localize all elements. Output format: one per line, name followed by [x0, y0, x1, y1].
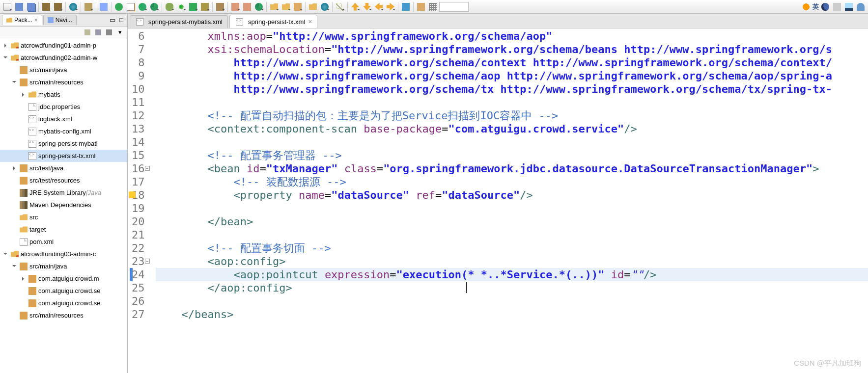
- code-line[interactable]: <property name="dataSource" ref="dataSou…: [156, 188, 868, 202]
- search-button[interactable]: [335, 1, 345, 12]
- minimize-button[interactable]: ▭: [109, 16, 116, 24]
- grid-button[interactable]: [427, 1, 438, 12]
- down-button[interactable]: [362, 1, 372, 12]
- code-line[interactable]: <!-- 装配数据源 -->: [156, 175, 868, 188]
- editor-tab[interactable]: spring-persist-mybatis.xml: [130, 15, 228, 28]
- code-line[interactable]: [156, 135, 868, 149]
- sync-button[interactable]: [149, 1, 160, 12]
- tree-item[interactable]: pom.xml: [0, 236, 127, 248]
- maximize-button[interactable]: □: [117, 16, 125, 24]
- link-button[interactable]: [98, 1, 109, 12]
- tree-item[interactable]: jdbc.properties: [0, 101, 127, 113]
- filter-button[interactable]: [105, 28, 113, 37]
- code-line[interactable]: <!-- 配置事务管理器 -->: [156, 149, 868, 162]
- code-line[interactable]: </bean>: [156, 215, 868, 228]
- browser-button[interactable]: [68, 1, 79, 12]
- code-line[interactable]: <aop:pointcut expression="execution(* *.…: [156, 268, 868, 281]
- code-area[interactable]: xmlns:aop="http://www.springframework.or…: [152, 28, 868, 373]
- tree-item[interactable]: com.atguigu.crowd.se: [0, 285, 127, 297]
- new-button[interactable]: [2, 1, 13, 12]
- save-all-button[interactable]: [26, 1, 36, 12]
- tree-item[interactable]: src/main/resources: [0, 76, 127, 88]
- tree-item[interactable]: atcrowdfunding01-admin-p: [0, 39, 127, 52]
- tree-item[interactable]: mybatis-config.xml: [0, 125, 127, 137]
- expand-icon[interactable]: [2, 251, 9, 258]
- expand-icon[interactable]: [11, 165, 18, 172]
- tree-item[interactable]: mybatis: [0, 88, 127, 101]
- world2-button[interactable]: [319, 1, 330, 12]
- coverage-button[interactable]: [188, 1, 198, 12]
- code-line[interactable]: <context:component-scan base-package="co…: [156, 122, 868, 135]
- code-line[interactable]: [156, 202, 868, 215]
- pin-button[interactable]: [400, 1, 411, 12]
- code-line[interactable]: http://www.springframework.org/schema/co…: [156, 56, 868, 69]
- expand-icon[interactable]: [11, 263, 18, 270]
- tree-item[interactable]: spring-persist-tx.xml: [0, 150, 127, 162]
- code-line[interactable]: </beans>: [156, 308, 868, 321]
- code-line[interactable]: <aop:config>: [156, 255, 868, 268]
- save-button[interactable]: [14, 1, 25, 12]
- nav-button[interactable]: [83, 1, 94, 12]
- tree-item[interactable]: src: [0, 211, 127, 223]
- expand-icon[interactable]: [20, 275, 27, 282]
- brush-button[interactable]: [416, 1, 426, 12]
- display-button[interactable]: [832, 1, 842, 12]
- fold-icon[interactable]: −: [145, 259, 150, 264]
- new-file-button[interactable]: [125, 1, 136, 12]
- theme-button[interactable]: [820, 1, 831, 12]
- build-button[interactable]: [41, 1, 52, 12]
- code-line[interactable]: [156, 228, 868, 241]
- expand-icon[interactable]: [2, 42, 9, 49]
- run-button[interactable]: [176, 1, 187, 12]
- tree-item[interactable]: Maven Dependencies: [0, 199, 127, 211]
- code-line[interactable]: [156, 294, 868, 308]
- pkg-button[interactable]: [230, 1, 241, 12]
- link-editor-button[interactable]: [94, 28, 103, 37]
- code-line[interactable]: [156, 96, 868, 109]
- view-menu-button[interactable]: ▾: [115, 28, 124, 37]
- editor-tab[interactable]: spring-persist-tx.xml×: [229, 15, 317, 28]
- code-line[interactable]: xsi:schemaLocation="http://www.springfra…: [156, 43, 868, 56]
- code-line[interactable]: <bean id="txManager" class="org.springfr…: [156, 162, 868, 175]
- pkg2-button[interactable]: [242, 1, 252, 12]
- search-input[interactable]: [439, 2, 469, 12]
- project-tree[interactable]: atcrowdfunding01-admin-patcrowdfunding02…: [0, 38, 127, 373]
- collapse-button[interactable]: [83, 28, 92, 37]
- fwd-button[interactable]: [385, 1, 396, 12]
- code-line[interactable]: http://www.springframework.org/schema/ao…: [156, 69, 868, 82]
- tree-item[interactable]: src/main/resources: [0, 309, 127, 321]
- ime-button[interactable]: [801, 1, 812, 12]
- build-all-button[interactable]: [53, 1, 63, 12]
- edit-button[interactable]: [292, 1, 303, 12]
- fold3-button[interactable]: [308, 1, 318, 12]
- tree-item[interactable]: src/main/java: [0, 260, 127, 272]
- task-button[interactable]: [215, 1, 225, 12]
- tree-item[interactable]: src/test/resources: [0, 174, 127, 186]
- tree-item[interactable]: atcrowdfunding03-admin-c: [0, 248, 127, 260]
- open-folder-button[interactable]: [269, 1, 280, 12]
- tree-item[interactable]: src/main/java: [0, 64, 127, 76]
- back-button[interactable]: [373, 1, 384, 12]
- fold-icon[interactable]: −: [145, 166, 150, 171]
- account-button[interactable]: [855, 1, 866, 12]
- code-line[interactable]: <!-- 配置事务切面 -->: [156, 241, 868, 255]
- debug-button[interactable]: [164, 1, 175, 12]
- tree-item[interactable]: atcrowdfunding02-admin-w: [0, 52, 127, 64]
- up-button[interactable]: [350, 1, 361, 12]
- tree-item[interactable]: target: [0, 223, 127, 236]
- tree-item[interactable]: src/test/java: [0, 162, 127, 174]
- code-line[interactable]: xmlns:aop="http://www.springframework.or…: [156, 29, 868, 43]
- expand-icon[interactable]: [11, 79, 18, 86]
- close-icon[interactable]: ×: [308, 18, 312, 26]
- tree-item[interactable]: logback.xml: [0, 113, 127, 125]
- tree-item[interactable]: com.atguigu.crowd.m: [0, 272, 127, 285]
- tree-item[interactable]: com.atguigu.crowd.se: [0, 297, 127, 309]
- code-line[interactable]: http://www.springframework.org/schema/tx…: [156, 82, 868, 96]
- expand-icon[interactable]: [20, 91, 27, 98]
- code-line[interactable]: <!-- 配置自动扫描的包：主要是为了把Service扫描到IOC容器中 -->: [156, 109, 868, 122]
- refresh-button[interactable]: [137, 1, 148, 12]
- close-icon[interactable]: ×: [34, 17, 38, 24]
- stop-button[interactable]: [113, 1, 124, 12]
- monitor-button[interactable]: [843, 1, 854, 12]
- open-folder2-button[interactable]: [280, 1, 291, 12]
